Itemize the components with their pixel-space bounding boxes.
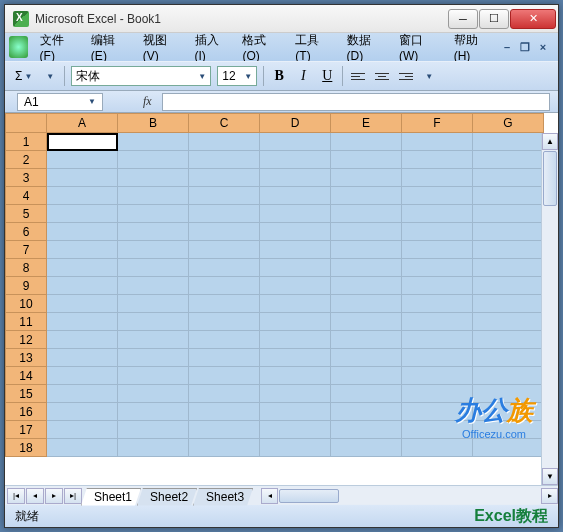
cell[interactable] bbox=[118, 223, 189, 241]
cell[interactable] bbox=[118, 151, 189, 169]
cell[interactable] bbox=[331, 259, 402, 277]
name-box[interactable]: A1▼ bbox=[17, 93, 103, 111]
cell[interactable] bbox=[260, 259, 331, 277]
menu-data[interactable]: 数据(D) bbox=[339, 29, 389, 66]
bold-button[interactable]: B bbox=[270, 67, 288, 85]
cell[interactable] bbox=[47, 187, 118, 205]
cell[interactable] bbox=[402, 385, 473, 403]
sheet-tab-active[interactable]: Sheet1 bbox=[81, 488, 141, 506]
cell[interactable] bbox=[118, 277, 189, 295]
cell[interactable] bbox=[189, 313, 260, 331]
scroll-thumb[interactable] bbox=[543, 151, 557, 206]
cell[interactable] bbox=[331, 295, 402, 313]
mdi-minimize-button[interactable]: – bbox=[500, 40, 514, 54]
cell[interactable] bbox=[331, 313, 402, 331]
cell[interactable] bbox=[260, 223, 331, 241]
cell[interactable] bbox=[402, 439, 473, 457]
cell[interactable] bbox=[402, 349, 473, 367]
tab-last-button[interactable]: ▸| bbox=[64, 488, 82, 504]
cell[interactable] bbox=[260, 385, 331, 403]
horizontal-scrollbar[interactable]: ◂ ▸ bbox=[261, 488, 558, 504]
cell[interactable] bbox=[118, 385, 189, 403]
cell[interactable] bbox=[189, 133, 260, 151]
cell[interactable] bbox=[331, 421, 402, 439]
row-header[interactable]: 18 bbox=[5, 439, 47, 457]
cell[interactable] bbox=[473, 223, 544, 241]
cell[interactable] bbox=[402, 259, 473, 277]
tab-prev-button[interactable]: ◂ bbox=[26, 488, 44, 504]
cell[interactable] bbox=[473, 421, 544, 439]
cell[interactable] bbox=[118, 259, 189, 277]
cell[interactable] bbox=[473, 259, 544, 277]
cell[interactable] bbox=[331, 385, 402, 403]
cell[interactable] bbox=[402, 277, 473, 295]
cell[interactable] bbox=[402, 295, 473, 313]
cell[interactable] bbox=[260, 313, 331, 331]
cell[interactable] bbox=[260, 295, 331, 313]
column-header[interactable]: A bbox=[47, 113, 118, 133]
mdi-close-button[interactable]: × bbox=[536, 40, 550, 54]
scroll-down-button[interactable]: ▼ bbox=[542, 468, 558, 485]
toolbar-more-button[interactable]: ▼ bbox=[421, 70, 437, 83]
row-header[interactable]: 4 bbox=[5, 187, 47, 205]
vertical-scrollbar[interactable]: ▲ ▼ bbox=[541, 133, 558, 485]
cell[interactable] bbox=[473, 403, 544, 421]
cell[interactable] bbox=[118, 349, 189, 367]
cell[interactable] bbox=[47, 313, 118, 331]
cell[interactable] bbox=[473, 151, 544, 169]
menu-file[interactable]: 文件(F) bbox=[32, 29, 81, 66]
cell[interactable] bbox=[189, 205, 260, 223]
formula-input[interactable] bbox=[162, 93, 550, 111]
cell[interactable] bbox=[118, 403, 189, 421]
cell[interactable] bbox=[118, 331, 189, 349]
scroll-up-button[interactable]: ▲ bbox=[542, 133, 558, 150]
cell[interactable] bbox=[473, 439, 544, 457]
minimize-button[interactable]: ─ bbox=[448, 9, 478, 29]
cell[interactable] bbox=[118, 241, 189, 259]
cell[interactable] bbox=[189, 331, 260, 349]
cell[interactable] bbox=[473, 313, 544, 331]
mdi-restore-button[interactable]: ❐ bbox=[518, 40, 532, 54]
cell[interactable] bbox=[402, 169, 473, 187]
cell[interactable] bbox=[473, 331, 544, 349]
cell[interactable] bbox=[47, 439, 118, 457]
cell[interactable] bbox=[189, 403, 260, 421]
cell[interactable] bbox=[402, 151, 473, 169]
cell[interactable] bbox=[473, 367, 544, 385]
row-header[interactable]: 17 bbox=[5, 421, 47, 439]
cell[interactable] bbox=[47, 133, 118, 151]
cell[interactable] bbox=[47, 403, 118, 421]
cell[interactable] bbox=[189, 421, 260, 439]
cell[interactable] bbox=[118, 295, 189, 313]
cell[interactable] bbox=[473, 169, 544, 187]
scroll-right-button[interactable]: ▸ bbox=[541, 488, 558, 504]
sheet-tab[interactable]: Sheet2 bbox=[137, 488, 197, 506]
menu-insert[interactable]: 插入(I) bbox=[187, 29, 233, 66]
cell[interactable] bbox=[331, 187, 402, 205]
cell[interactable] bbox=[47, 205, 118, 223]
cell[interactable] bbox=[189, 259, 260, 277]
cell[interactable] bbox=[47, 385, 118, 403]
cell[interactable] bbox=[189, 241, 260, 259]
row-header[interactable]: 12 bbox=[5, 331, 47, 349]
cell[interactable] bbox=[473, 133, 544, 151]
cell[interactable] bbox=[47, 277, 118, 295]
cell[interactable] bbox=[189, 187, 260, 205]
cell[interactable] bbox=[402, 403, 473, 421]
cell[interactable] bbox=[260, 133, 331, 151]
cell[interactable] bbox=[402, 205, 473, 223]
cell[interactable] bbox=[331, 133, 402, 151]
cell[interactable] bbox=[402, 331, 473, 349]
row-header[interactable]: 5 bbox=[5, 205, 47, 223]
cell[interactable] bbox=[402, 223, 473, 241]
cell[interactable] bbox=[402, 367, 473, 385]
menu-help[interactable]: 帮助(H) bbox=[446, 29, 496, 66]
font-size-select[interactable]: 12▼ bbox=[217, 66, 257, 86]
cell[interactable] bbox=[189, 439, 260, 457]
autosum-button[interactable]: Σ ▼ bbox=[11, 67, 36, 85]
cell[interactable] bbox=[189, 223, 260, 241]
cell[interactable] bbox=[189, 277, 260, 295]
toolbar-options-button[interactable]: ▼ bbox=[42, 70, 58, 83]
cell[interactable] bbox=[473, 349, 544, 367]
cell[interactable] bbox=[260, 205, 331, 223]
